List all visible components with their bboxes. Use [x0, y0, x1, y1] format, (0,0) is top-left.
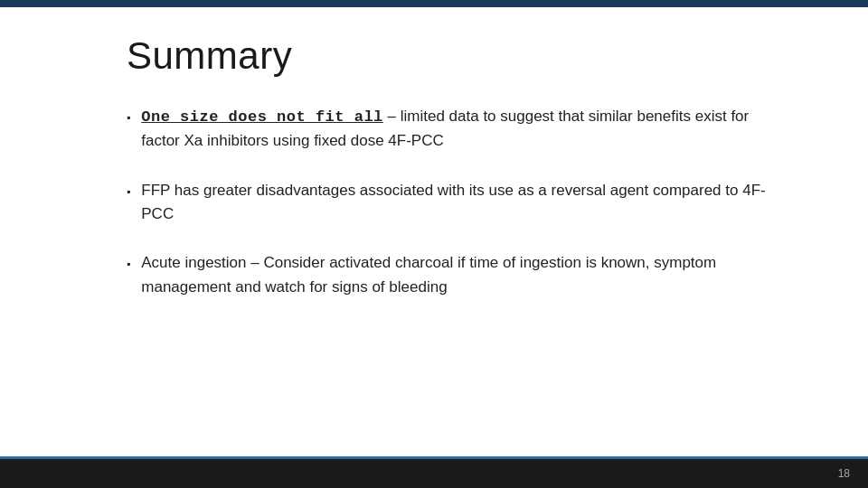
normal-text: Acute ingestion – Consider activated cha… [141, 254, 716, 295]
bullet-text: FFP has greater disadvantages associated… [141, 179, 778, 227]
normal-text: FFP has greater disadvantages associated… [141, 182, 765, 222]
list-item: ▪ Acute ingestion – Consider activated c… [127, 251, 778, 299]
slide-title: Summary [127, 34, 778, 78]
list-item: ▪ FFP has greater disadvantages associat… [127, 179, 778, 227]
bold-text: One size does not fit all [141, 108, 383, 126]
bullet-list: ▪ One size does not fit all – limited da… [127, 105, 778, 299]
content-area: Summary ▪ One size does not fit all – li… [0, 7, 868, 456]
bottom-bar: 18 [0, 459, 868, 488]
bullet-marker: ▪ [127, 183, 130, 201]
top-bar [0, 0, 868, 7]
bullet-text: One size does not fit all – limited data… [141, 105, 778, 154]
bullet-marker: ▪ [127, 256, 130, 273]
page-number: 18 [838, 467, 850, 480]
bullet-text: Acute ingestion – Consider activated cha… [141, 251, 778, 299]
bullet-marker: ▪ [127, 109, 130, 127]
list-item: ▪ One size does not fit all – limited da… [127, 105, 778, 154]
